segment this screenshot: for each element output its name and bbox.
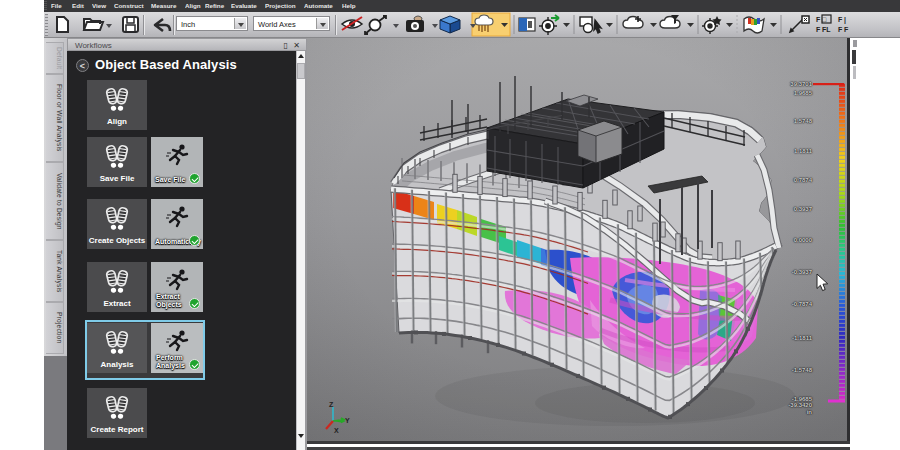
svg-text:F: F	[844, 26, 849, 33]
svg-text:X: X	[334, 427, 339, 434]
svg-text:F: F	[838, 26, 843, 33]
svg-text:F: F	[816, 16, 821, 23]
svg-text:Z: Z	[329, 401, 334, 408]
svg-text:□: □	[822, 16, 827, 23]
svg-text:|: |	[844, 16, 846, 24]
svg-text:F: F	[838, 16, 843, 23]
svg-text:Y: Y	[345, 417, 350, 424]
svg-text:FL: FL	[822, 26, 831, 33]
svg-text:F: F	[816, 26, 821, 33]
